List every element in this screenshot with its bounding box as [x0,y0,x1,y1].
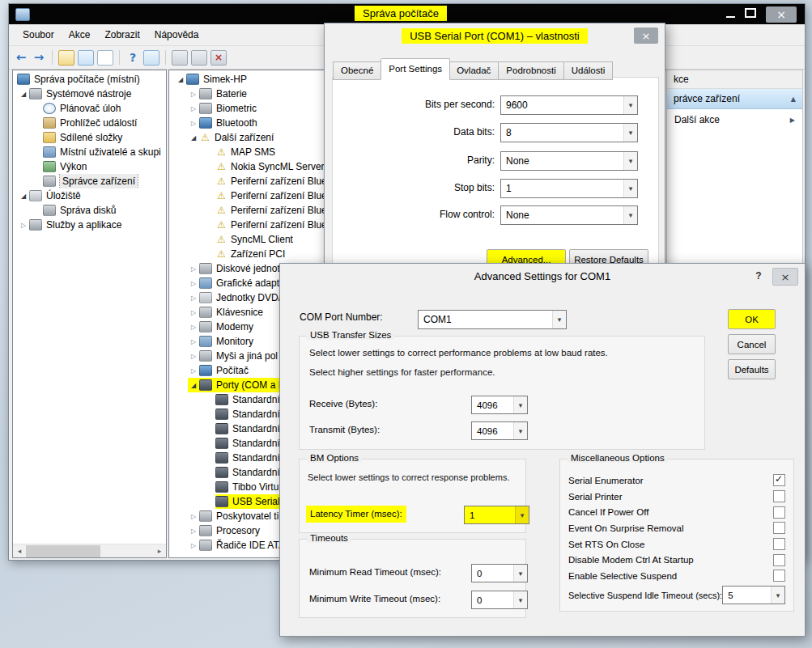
scroll-left-icon[interactable] [13,545,26,557]
actions-device-manager-row[interactable]: právce zařízení [667,89,802,109]
expander-icon[interactable] [175,72,186,87]
menu-zobrazit[interactable]: Zobrazit [97,26,147,44]
tree-item-disk-management[interactable]: Správa disků [13,203,166,218]
cancel-button[interactable]: Cancel [728,334,776,354]
expander-icon[interactable] [188,349,199,363]
dropdown-arrow-icon [623,96,637,114]
unknown-device-icon [215,205,227,216]
menu-soubor[interactable]: Soubor [15,26,62,44]
dialog-title-bar: Advanced Settings for COM1 [280,264,805,288]
menu-napoveda[interactable]: Nápověda [147,26,206,44]
tab-obecne[interactable]: Obecné [333,61,381,80]
enable-selective-suspend-checkbox[interactable] [773,570,785,582]
cancel-if-power-off-checkbox[interactable] [773,506,785,519]
show-console-tree-icon[interactable] [78,50,94,66]
expander-icon[interactable] [18,218,29,232]
dropdown-arrow-icon [623,206,637,224]
expander-icon[interactable] [188,290,199,305]
ide-controller-icon [199,540,212,551]
min-write-timeout-select[interactable]: 0 [471,591,528,609]
latency-timer-select[interactable]: 1 [464,506,529,524]
expander-icon[interactable] [188,87,199,101]
serial-enumerator-checkbox[interactable] [773,474,785,486]
tree-item-device-manager[interactable]: Správce zařízení [13,174,166,188]
min-read-timeout-select[interactable]: 0 [471,564,528,582]
mouse-icon [199,350,212,362]
unknown-device-icon [215,161,227,172]
scan-hardware-icon[interactable] [172,50,188,66]
expander-icon[interactable] [188,116,199,130]
port-settings-page: Bits per second: 9600 Data bits: 8 Parit… [332,77,659,281]
tree-item-computer-management[interactable]: Správa počítače (místní) [13,72,166,87]
scroll-right-icon[interactable] [153,545,166,557]
selective-suspend-timeout-select[interactable]: 5 [722,586,785,604]
tree-item-task-scheduler[interactable]: Plánovač úloh [13,101,166,116]
event-on-surprise-removal-checkbox[interactable] [773,522,785,534]
misc-option-row: Cancel If Power Off [568,504,785,520]
close-button[interactable] [766,6,797,23]
expander-icon[interactable] [188,334,199,349]
expander-icon[interactable] [188,523,199,538]
expander-icon[interactable] [188,509,199,523]
com-port-select[interactable]: COM1 [418,310,567,329]
dialog-title: Advanced Settings for COM1 [474,270,610,282]
forward-icon[interactable] [32,51,46,65]
expander-icon[interactable] [188,378,199,392]
tab-podrobnosti[interactable]: Podrobnosti [499,61,563,80]
expander-icon[interactable] [188,261,199,276]
properties-icon[interactable] [143,50,159,66]
menu-akce[interactable]: Akce [62,26,98,44]
help-icon[interactable] [750,268,767,284]
defaults-button[interactable]: Defaults [728,359,776,379]
selected-value: 8 [506,127,512,138]
disable-modem-ctrl-checkbox[interactable] [773,554,785,566]
misc-options-list: Serial Enumerator Serial Printer Cancel … [568,472,785,604]
tree-item-services[interactable]: Služby a aplikace [13,218,166,232]
data-bits-select[interactable]: 8 [500,123,638,142]
tree-item-local-users[interactable]: Místní uživatelé a skupi [13,145,166,159]
usb-transfer-desc-2: Select higher settings for faster perfor… [309,367,495,377]
parity-select[interactable]: None [500,151,638,171]
expander-icon[interactable] [188,101,199,116]
expander-icon[interactable] [18,188,29,203]
back-icon[interactable] [14,51,28,65]
transmit-bytes-select[interactable]: 4096 [471,421,528,440]
serial-printer-checkbox[interactable] [773,490,785,502]
tab-port-settings[interactable]: Port Settings [380,58,450,80]
expander-icon[interactable] [188,320,199,334]
flow-control-select[interactable]: None [500,205,638,225]
scrollbar-thumb[interactable] [26,545,100,557]
miscellaneous-options-group: Miscellaneous Options Serial Enumerator … [559,459,794,612]
expander-icon[interactable] [188,276,199,290]
update-driver-icon[interactable] [191,50,207,66]
tab-udalosti[interactable]: Události [564,61,614,80]
uninstall-device-icon[interactable] [210,50,227,66]
export-list-icon[interactable] [58,50,74,66]
more-actions-row[interactable]: Další akce [667,109,802,130]
ok-button[interactable]: OK [728,309,776,329]
maximize-button[interactable] [745,8,756,20]
tree-item-storage[interactable]: Úložiště [13,188,166,203]
close-icon[interactable] [772,268,798,286]
receive-bytes-select[interactable]: 4096 [471,396,528,414]
help-icon[interactable] [125,51,140,65]
flow-control-row: Flow control: None [333,205,658,225]
expander-icon[interactable] [188,363,199,378]
tree-item-performance[interactable]: Výkon [13,159,166,174]
set-rts-on-close-checkbox[interactable] [773,538,785,550]
list-view-icon[interactable] [97,50,113,66]
tab-ovladac[interactable]: Ovladač [449,61,499,80]
toolbar-separator [165,50,166,65]
expander-icon[interactable] [188,305,199,320]
tree-item-shared-folders[interactable]: Sdílené složky [13,130,166,145]
expander-icon[interactable] [188,130,199,145]
tree-item-event-viewer[interactable]: Prohlížeč událostí [13,116,166,130]
close-icon[interactable] [634,28,658,44]
horizontal-scrollbar[interactable] [13,544,166,557]
expander-icon[interactable] [18,87,29,101]
stop-bits-select[interactable]: 1 [500,179,638,198]
bits-per-second-select[interactable]: 9600 [500,95,638,115]
expander-icon[interactable] [188,538,199,553]
tree-item-system-tools[interactable]: Systémové nástroje [13,87,166,101]
minimize-button[interactable] [726,9,735,20]
